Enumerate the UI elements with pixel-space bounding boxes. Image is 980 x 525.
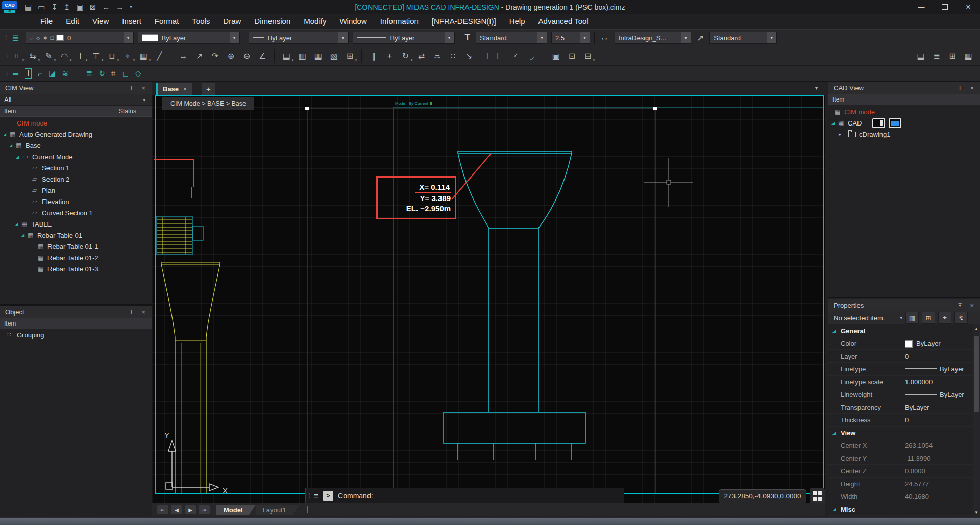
hatch-edit-icon[interactable]: ◪ xyxy=(48,69,56,78)
rebar-table-icon[interactable]: ▤ xyxy=(915,50,926,62)
pin-icon[interactable]: Ŧ xyxy=(958,302,962,308)
tree-item-cad[interactable]: ◢ ▦ CAD xyxy=(828,117,980,129)
rotate-icon[interactable]: ↻ xyxy=(400,50,411,62)
new-file-icon[interactable]: ▤ xyxy=(24,3,32,11)
dim-diameter-icon[interactable]: ⊕ xyxy=(225,50,236,62)
expander-icon[interactable]: ◢ xyxy=(832,329,836,333)
command-menu-icon[interactable]: ≡ xyxy=(314,491,318,500)
table-export-icon[interactable]: ▧ xyxy=(328,50,339,62)
property-row-height[interactable]: Height24.5777 xyxy=(828,478,973,490)
menu-format[interactable]: Format xyxy=(148,14,186,29)
text-height-caret[interactable]: ▾ xyxy=(580,32,590,43)
property-row-lineweight[interactable]: LineweightByLayer xyxy=(828,388,973,401)
scroll-down-icon[interactable]: ▼ xyxy=(973,510,980,515)
screen-view-toggle[interactable] xyxy=(889,118,901,128)
tree-item-table[interactable]: ◢▦TABLE xyxy=(0,218,152,230)
tree-item-plan[interactable]: ▱Plan xyxy=(0,185,152,196)
property-category-view[interactable]: ◢View xyxy=(828,427,973,439)
cim-view-filter[interactable]: All ▾ xyxy=(0,94,152,106)
next-sheet-button[interactable]: ▶ xyxy=(185,505,196,514)
tab-list-caret[interactable]: ▾ xyxy=(815,85,818,91)
tree-item-rebar-table-01[interactable]: ◢▦Rebar Table 01 xyxy=(0,230,152,241)
undo-icon[interactable]: ← xyxy=(102,3,110,11)
viewport-icon[interactable]: ⊟ xyxy=(582,50,593,62)
layer-manager-icon[interactable]: ≣ xyxy=(12,33,19,43)
object-item-grouping[interactable]: ∷ Grouping xyxy=(0,329,152,340)
polyline-edit-icon[interactable]: ⌐ xyxy=(38,69,42,78)
property-value[interactable]: ByLayer xyxy=(940,365,964,373)
dim-slope-icon[interactable]: ✎ xyxy=(43,50,54,62)
last-sheet-button[interactable]: ⇥ xyxy=(199,505,210,514)
tree-item-elevation[interactable]: ▱Elevation xyxy=(0,196,152,207)
linetype-select[interactable]: ByLayer ▾ xyxy=(249,32,349,44)
property-value[interactable]: ByLayer xyxy=(905,404,929,411)
toggle-pickadd-icon[interactable]: ↯ xyxy=(954,312,968,324)
dim-radius-icon[interactable]: ⊖ xyxy=(241,50,252,62)
property-row-center-z[interactable]: Center Z0.0000 xyxy=(828,465,973,478)
expander-icon[interactable]: ◢ xyxy=(15,222,21,227)
properties-scrollbar[interactable]: ▲ ▼ xyxy=(973,324,980,525)
dim-ellipse-icon[interactable]: ◠ xyxy=(59,50,70,62)
drawing-sheet-icon[interactable]: ▦ xyxy=(963,50,974,62)
chamfer-icon[interactable]: ◞ xyxy=(526,50,537,62)
first-sheet-button[interactable]: ⇤ xyxy=(157,505,168,514)
tree-item-current-mode[interactable]: ◢▭Current Mode xyxy=(0,151,152,162)
property-row-thickness[interactable]: Thickness0 xyxy=(828,414,973,427)
extend-icon[interactable]: ⊢ xyxy=(495,50,506,62)
dim-aligned-icon[interactable]: ↗ xyxy=(193,50,205,62)
tree-item-curved-section-1[interactable]: ▱Curved Section 1 xyxy=(0,207,152,218)
property-row-linetype[interactable]: LinetypeByLayer xyxy=(828,363,973,376)
menu-modify[interactable]: Modify xyxy=(297,14,333,29)
pin-icon[interactable]: Ŧ xyxy=(130,309,133,315)
layout-icon[interactable]: ⊡ xyxy=(566,50,577,62)
maximize-button[interactable] xyxy=(933,0,957,14)
close-icon[interactable]: × xyxy=(141,308,145,316)
linetype-dropdown-caret[interactable]: ▾ xyxy=(338,32,348,43)
rebar-detail-drawing[interactable] xyxy=(157,217,192,254)
toolbar-grip[interactable]: ⁞ xyxy=(6,53,7,60)
panel-view-toggle[interactable] xyxy=(872,118,885,128)
grid-snap-icon[interactable]: ⌗ xyxy=(111,69,115,78)
beam-section-icon[interactable]: Ⅰ xyxy=(75,50,86,62)
command-input[interactable]: Command: xyxy=(338,492,373,500)
redo-icon[interactable]: → xyxy=(116,3,124,11)
tab-base[interactable]: Base × xyxy=(156,83,192,95)
tab-model[interactable]: Model xyxy=(216,505,256,515)
property-category-misc[interactable]: ◢Misc xyxy=(828,503,973,516)
property-row-linetype-scale[interactable]: Linetype scale1.000000 xyxy=(828,376,973,388)
property-value[interactable]: ByLayer xyxy=(916,340,941,347)
linetype-list-icon[interactable]: ≣ xyxy=(86,69,93,78)
table-edit-icon[interactable]: ▦ xyxy=(312,50,324,62)
save-as-icon[interactable]: ↥ xyxy=(64,3,70,11)
tree-item-base[interactable]: ◢▦Base xyxy=(0,140,152,151)
menu-tools[interactable]: Tools xyxy=(185,14,216,29)
collapsed-icon[interactable]: ▸ xyxy=(839,132,845,137)
selection-filter-value[interactable]: No selected item. xyxy=(834,314,885,322)
match-properties-icon[interactable]: ═ xyxy=(13,69,18,78)
line-sample-icon[interactable]: ─ xyxy=(75,69,80,78)
expander-icon[interactable]: ◢ xyxy=(16,155,22,159)
expander-icon[interactable]: ◢ xyxy=(832,431,836,435)
menu-help[interactable]: Help xyxy=(503,14,532,29)
minimize-button[interactable]: — xyxy=(910,0,933,14)
lineweight-dropdown-caret[interactable]: ▾ xyxy=(445,32,454,43)
property-value[interactable]: 0 xyxy=(905,416,909,424)
tab-close-icon[interactable]: × xyxy=(183,86,187,93)
pier-side-drawing[interactable] xyxy=(161,262,220,493)
tree-item-section-1[interactable]: ▱Section 1 xyxy=(0,162,152,173)
menu-dimension[interactable]: Dimension xyxy=(248,14,297,29)
tree-item-rebar-table-01-3[interactable]: ▦Rebar Table 01-3 xyxy=(0,263,152,274)
pier-elevation-drawing[interactable] xyxy=(444,151,585,460)
table-style-icon[interactable]: ▤ xyxy=(281,50,292,62)
scroll-up-icon[interactable]: ▲ xyxy=(973,327,980,331)
toolbar-grip[interactable]: ⁞ xyxy=(5,34,6,41)
new-tab-button[interactable]: + xyxy=(202,83,215,95)
dim-style-select[interactable]: InfraDesign_S... ▾ xyxy=(615,32,691,44)
menu-draw[interactable]: Draw xyxy=(216,14,248,29)
scale-icon[interactable]: ↘ xyxy=(463,50,474,62)
parallel-icon[interactable]: ∥ xyxy=(368,50,379,62)
mleader-style-caret[interactable]: ▾ xyxy=(767,32,776,43)
sheet-grid-icon[interactable]: ⊞ xyxy=(947,50,958,62)
mirror-icon[interactable]: ⇄ xyxy=(415,50,427,62)
footing-icon[interactable]: ⊔ xyxy=(106,50,117,62)
